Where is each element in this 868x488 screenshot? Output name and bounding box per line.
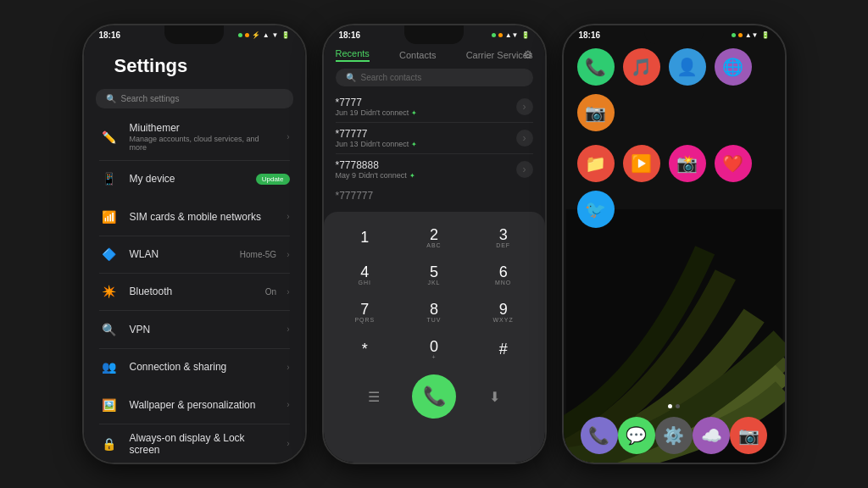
settings-item-mydevice[interactable]: 📱 My device Update <box>84 162 305 196</box>
battery-icon: 🔋 <box>521 31 530 39</box>
settings-title: Settings <box>99 47 290 82</box>
dial-key-8[interactable]: 8 TUV <box>410 295 458 329</box>
chevron-icon: › <box>287 439 289 448</box>
key-number: * <box>362 341 368 357</box>
tab-contacts[interactable]: Contacts <box>399 50 436 60</box>
dock-cloud[interactable]: ☁️ <box>693 417 730 454</box>
expand-icon[interactable]: › <box>516 130 533 147</box>
recent-info: *7778888 May 9 Didn't connect ✦ <box>336 159 516 180</box>
key-letters: + <box>431 354 436 360</box>
settings-item-bluetooth[interactable]: ✴️ Bluetooth On › <box>84 274 305 308</box>
sim-indicator: ✦ <box>411 141 417 148</box>
bluetooth-icon: ⚡ <box>252 31 260 39</box>
dialpad: 1 2 ABC 3 DEF 4 GHI 5 J <box>324 212 545 463</box>
dock-camera[interactable]: 📷 <box>730 417 767 454</box>
phone-notch <box>644 25 704 44</box>
bluetooth-icon: ✴️ <box>99 281 120 302</box>
settings-item-vpn[interactable]: 🔍 VPN › <box>84 313 305 347</box>
app-icon-files[interactable]: 📁 <box>577 145 615 182</box>
sim-icon: 📶 <box>99 207 120 227</box>
key-letters: WXYZ <box>493 317 514 323</box>
app-icon-twitter[interactable]: 🐦 <box>577 191 615 228</box>
chevron-icon: › <box>287 212 289 221</box>
recent-detail: May 9 Didn't connect ✦ <box>336 171 516 180</box>
dock-phone[interactable]: 📞 <box>581 417 618 454</box>
key-letters: ABC <box>426 242 441 248</box>
app-icon-contacts[interactable]: 👤 <box>669 48 706 86</box>
dialer-settings-icon[interactable]: ⚙ <box>523 48 533 61</box>
recent-item-4[interactable]: *777777 <box>324 185 545 207</box>
dial-key-3[interactable]: 3 DEF <box>480 220 527 254</box>
phone-settings: 18:16 ⚡ ▲ ▼ 🔋 Settings 🔍 Search settings… <box>82 24 307 464</box>
key-letters: GHI <box>359 280 371 286</box>
app-icon-phone[interactable]: 📞 <box>577 48 615 86</box>
mydevice-text: My device <box>130 173 246 185</box>
connection-icon: 👥 <box>99 357 120 377</box>
miuithemer-sub: Manage accounts, cloud services, and mor… <box>130 135 277 152</box>
app-icon-video[interactable]: ▶️ <box>623 145 660 182</box>
dock-messages[interactable]: 💬 <box>618 417 655 454</box>
dial-key-1[interactable]: 1 <box>341 220 388 254</box>
recent-detail: Jun 19 Didn't connect ✦ <box>336 108 516 117</box>
settings-item-miuithemer[interactable]: ✏️ Miuithemer Manage accounts, cloud ser… <box>84 115 305 158</box>
status-icons: ▲▼ 🔋 <box>492 31 530 39</box>
settings-item-sim[interactable]: 📶 SIM cards & mobile networks › <box>84 200 305 234</box>
chevron-icon: › <box>287 324 289 334</box>
dial-key-9[interactable]: 9 WXYZ <box>480 295 527 329</box>
sim-title: SIM cards & mobile networks <box>130 211 277 223</box>
settings-item-display[interactable]: 🔒 Always-on display & Lock screen › <box>84 425 305 463</box>
expand-icon[interactable]: › <box>516 98 533 115</box>
settings-item-wlan[interactable]: 🔷 WLAN Home-5G › <box>84 237 305 271</box>
key-number: 7 <box>360 302 369 317</box>
app-icon-camera[interactable]: 📷 <box>577 94 615 131</box>
recent-item-1[interactable]: *7777 Jun 19 Didn't connect ✦ › <box>324 92 545 122</box>
dial-key-5[interactable]: 5 JKL <box>410 258 458 291</box>
signal-icon: ▲▼ <box>505 31 519 39</box>
wlan-text: WLAN <box>130 248 230 260</box>
expand-icon[interactable]: › <box>516 161 533 178</box>
miuithemer-text: Miuithemer Manage accounts, cloud servic… <box>130 122 277 152</box>
dialpad-menu-button[interactable]: ☰ <box>359 381 389 412</box>
app-icon-heart[interactable]: ❤️ <box>715 145 752 182</box>
dial-key-6[interactable]: 6 MNO <box>480 258 527 291</box>
settings-search[interactable]: 🔍 Search settings <box>96 89 293 108</box>
key-number: 2 <box>430 227 438 242</box>
tab-recents[interactable]: Recents <box>336 48 370 62</box>
dial-key-7[interactable]: 7 PQRS <box>341 295 388 329</box>
settings-item-connection[interactable]: 👥 Connection & sharing › <box>84 350 305 384</box>
dial-key-star[interactable]: * <box>341 332 388 366</box>
recent-item-2[interactable]: *77777 Jun 13 Didn't connect ✦ › <box>324 123 545 153</box>
status-time: 18:16 <box>579 30 601 40</box>
dial-key-hash[interactable]: # <box>480 332 527 366</box>
dial-key-2[interactable]: 2 ABC <box>410 220 458 254</box>
app-icon-music[interactable]: 🎵 <box>623 48 660 86</box>
app-icon-instagram[interactable]: 📸 <box>669 145 706 182</box>
dial-key-0[interactable]: 0 + <box>410 332 458 366</box>
chevron-icon: › <box>287 250 289 259</box>
home-content: 📞 🎵 👤 🌐 📷 📁 ▶️ 📸 ❤️ 🐦 <box>564 42 785 463</box>
display-icon: 🔒 <box>99 434 120 454</box>
phone-notch <box>164 25 224 44</box>
dialpad-hide-button[interactable]: ⬇ <box>479 381 509 412</box>
status-dot-1 <box>732 33 736 37</box>
wlan-icon: 🔷 <box>99 244 120 264</box>
dialer-tabs: Recents Contacts Carrier Services ⚙ <box>324 42 545 65</box>
home-page-dots <box>564 404 785 408</box>
dock-settings[interactable]: ⚙️ <box>655 417 693 454</box>
dialer-search[interactable]: 🔍 Search contacts <box>336 69 533 86</box>
dial-key-4[interactable]: 4 GHI <box>341 258 388 291</box>
dialer-bottom: ☰ 📞 ⬇ <box>331 369 538 424</box>
status-dot-1 <box>492 33 496 37</box>
app-icon-browser[interactable]: 🌐 <box>715 48 752 86</box>
spacer <box>564 235 785 401</box>
dialer-screen: 18:16 ▲▼ 🔋 Recents Contacts Carrier Serv… <box>324 25 545 463</box>
settings-item-wallpaper[interactable]: 🖼️ Wallpaper & personalization › <box>84 388 305 422</box>
bluetooth-text: Bluetooth <box>130 286 255 297</box>
recent-item-3[interactable]: *7778888 May 9 Didn't connect ✦ › <box>324 154 545 185</box>
home-dock: 📞 💬 ⚙️ ☁️ 📷 <box>564 412 785 463</box>
sim-indicator: ✦ <box>409 172 415 180</box>
search-placeholder: Search contacts <box>361 73 422 82</box>
connection-text: Connection & sharing <box>130 361 277 373</box>
chevron-icon: › <box>287 287 289 297</box>
call-button[interactable]: 📞 <box>412 374 456 419</box>
